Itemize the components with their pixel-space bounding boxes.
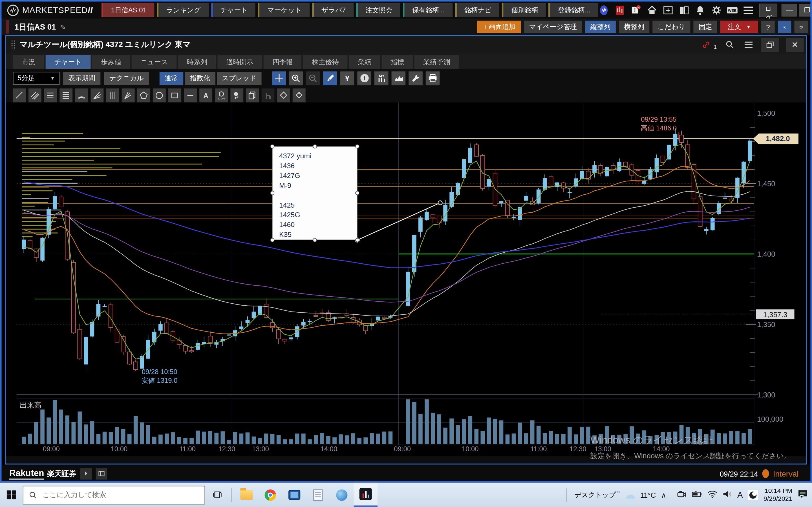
tray-expand-icon[interactable]: ∧ [661, 491, 666, 499]
interval-select[interactable]: 5分足▼ [13, 71, 59, 84]
marketspeed-icon[interactable] [354, 483, 377, 507]
maximize-button[interactable]: ❐ [799, 4, 812, 16]
minimize-button[interactable]: — [781, 4, 797, 16]
selection-handle[interactable] [270, 144, 274, 149]
trendline-icon[interactable] [13, 88, 26, 102]
workspace-button[interactable]: ＋画面追加 [477, 20, 521, 33]
toolbar-button[interactable]: 表示期間 [63, 71, 100, 84]
drag-handle-icon[interactable] [11, 40, 16, 50]
task-view-button[interactable] [205, 483, 229, 507]
zoom-in-icon[interactable] [289, 71, 303, 86]
panels-icon[interactable] [678, 4, 690, 16]
close-window-button[interactable]: ✕ [786, 38, 804, 52]
ime-a-icon[interactable]: A [737, 490, 743, 499]
announce-icon[interactable]: !N [630, 4, 642, 16]
menu-tab[interactable]: 保有銘柄... [403, 3, 453, 17]
mode-button[interactable]: 通常 [159, 71, 183, 84]
window-tab[interactable]: ニュース [132, 55, 177, 69]
fib-arc-icon[interactable] [75, 88, 88, 102]
window-tab[interactable]: 株主優待 [303, 55, 348, 69]
hlines4-icon[interactable] [59, 88, 72, 102]
eraser-all-icon[interactable]: A [293, 88, 306, 102]
gear-icon[interactable] [711, 4, 722, 16]
workspace-button[interactable]: 横整列 [619, 20, 649, 33]
mode-button[interactable]: スプレッド [217, 71, 262, 84]
menu-tab[interactable]: ザラバ7 [312, 3, 354, 17]
help-button[interactable]: ? [761, 20, 775, 33]
candle-chart-red-icon[interactable] [614, 4, 626, 16]
selection-handle[interactable] [313, 144, 317, 149]
search-input[interactable] [42, 490, 199, 499]
rectangle-icon[interactable] [168, 88, 181, 102]
menu-tab[interactable]: マーケット [258, 3, 309, 17]
desktops-button[interactable]: デスクトップ» [574, 490, 620, 499]
my-chart-icon[interactable]: MY [374, 71, 389, 86]
taskbar-search[interactable] [23, 486, 205, 504]
wrench-icon[interactable] [409, 71, 423, 86]
circle-icon[interactable] [153, 88, 166, 102]
selection-handle[interactable] [355, 191, 359, 195]
menu-tab[interactable]: 登録銘柄... [549, 3, 598, 17]
chart-canvas[interactable]: 1,5001,4501,4001,3501,300 09:0010:0011:0… [6, 103, 806, 456]
pencil-icon[interactable] [323, 71, 337, 86]
ray-lines-icon[interactable] [122, 88, 135, 102]
parallel-lines-icon[interactable] [29, 88, 42, 102]
copy-icon[interactable] [246, 88, 259, 102]
toolbar-button[interactable]: テクニカル [104, 71, 149, 84]
window-tab[interactable]: チャート [46, 55, 91, 69]
workspace-button[interactable]: 固定 [694, 20, 717, 33]
order-button[interactable]: 注文▼ [720, 20, 758, 33]
add-window-icon[interactable] [662, 4, 673, 16]
duplicate-window-button[interactable] [761, 38, 779, 52]
menu-tab[interactable]: 銘柄ナビ [455, 3, 499, 17]
workspace-button[interactable]: こだわり [652, 20, 690, 33]
taskbar-clock[interactable]: 10:14 PM 9/29/2021 [763, 487, 792, 503]
workspace-button[interactable]: マイページ管理 [524, 20, 582, 33]
window-tab[interactable]: 四季報 [264, 55, 301, 69]
menu-tab[interactable]: ランキング [157, 3, 208, 17]
pentagon-icon[interactable] [137, 88, 150, 102]
wifi-icon[interactable] [707, 490, 717, 499]
eraser-icon[interactable] [277, 88, 290, 102]
zoom-out-icon[interactable] [306, 71, 320, 86]
window-tab[interactable]: 歩み値 [92, 55, 130, 69]
switch-view-button[interactable] [795, 20, 808, 33]
multitool-titlebar[interactable]: マルチツール(個別銘柄) 4372 ユミルリンク 東マ 1 ✕ [6, 36, 806, 54]
explorer-icon[interactable] [235, 483, 258, 507]
pulse-chart-blue-icon[interactable] [598, 4, 610, 16]
area-chart-icon[interactable] [392, 71, 406, 86]
vlines-icon[interactable] [106, 88, 119, 102]
monitor-icon[interactable] [282, 483, 306, 507]
camera-icon[interactable] [677, 490, 687, 500]
menu-tab[interactable]: 注文照会 [356, 3, 400, 17]
media-player-icon[interactable] [330, 483, 354, 507]
window-tab[interactable]: 市況 [13, 55, 44, 69]
start-button[interactable] [0, 483, 23, 507]
hand-icon[interactable] [262, 88, 274, 102]
window-tab[interactable]: 業績予測 [414, 55, 459, 69]
symbol-search-icon[interactable] [724, 39, 735, 50]
hlines3-icon[interactable] [44, 88, 57, 102]
support-tool-button[interactable] [778, 20, 792, 33]
chart-note-box[interactable]: 4372 yumi14361427GM-9 14251425G1460K35 [272, 147, 357, 240]
battery-icon[interactable] [692, 490, 702, 499]
text-icon[interactable]: A [199, 88, 212, 102]
yen-icon[interactable]: ¥ [340, 71, 354, 86]
window-tab[interactable]: 時系列 [178, 55, 216, 69]
selection-handle[interactable] [355, 238, 359, 242]
chrome-icon[interactable] [259, 483, 282, 507]
ime-moon-icon[interactable] [748, 490, 758, 500]
notepad-icon[interactable] [306, 483, 330, 507]
window-menu-icon[interactable] [743, 39, 754, 50]
window-tab[interactable]: 適時開示 [218, 55, 262, 69]
workspace-button[interactable]: 縦整列 [585, 20, 615, 33]
layout-panel-button[interactable] [96, 468, 107, 479]
web-icon[interactable]: WEB [726, 4, 738, 16]
fan-lines-icon[interactable] [91, 88, 103, 102]
hdash-icon[interactable] [184, 88, 197, 102]
window-tab[interactable]: 指標 [382, 55, 413, 69]
speaker-icon[interactable] [722, 490, 732, 500]
edit-workspace-icon[interactable]: ✎ [60, 23, 66, 31]
menu-tab[interactable]: 個別銘柄 [502, 3, 546, 17]
selection-handle[interactable] [313, 238, 317, 242]
